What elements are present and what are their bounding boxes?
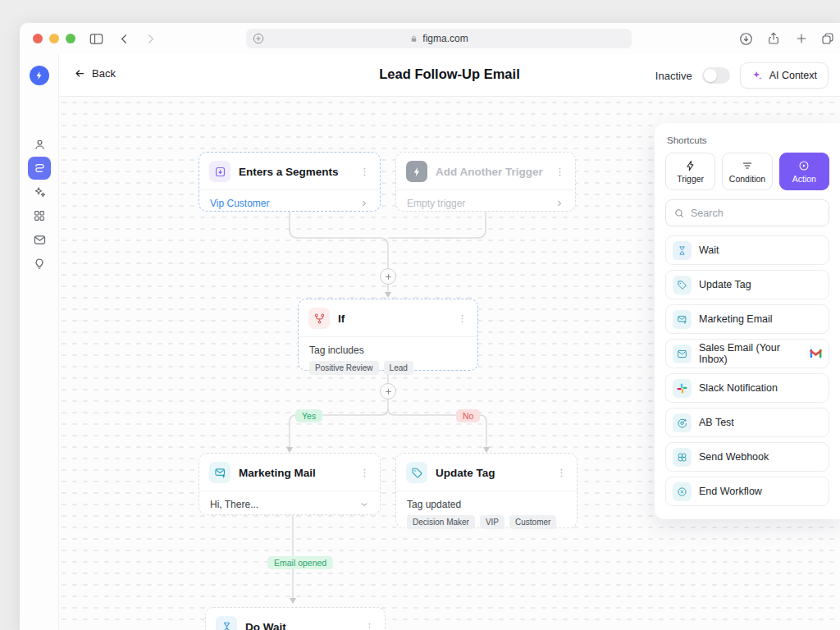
node-title: Add Another Trigger [436, 166, 546, 178]
action-item-label: Wait [699, 244, 822, 256]
shortcut-trigger-button[interactable]: Trigger [665, 153, 715, 190]
node-menu-icon[interactable] [359, 468, 370, 478]
address-bar[interactable]: figma.com [246, 29, 632, 48]
action-item-label: Sales Email (Your Inbox) [699, 342, 802, 365]
end-circle-icon [673, 482, 692, 501]
add-step-button[interactable] [380, 383, 396, 399]
search-box[interactable] [665, 199, 829, 226]
node-value[interactable]: Hi, There... [210, 499, 359, 510]
search-icon [673, 208, 685, 219]
chevron-down-icon[interactable] [359, 500, 369, 509]
active-toggle[interactable] [702, 67, 730, 84]
minimize-window-button[interactable] [49, 34, 59, 43]
panel-title: Shortcuts [667, 135, 829, 145]
action-item-end-workflow[interactable]: End Workflow [665, 477, 829, 506]
node-menu-icon[interactable] [555, 167, 565, 177]
tag-chip: Positive Review [309, 361, 379, 375]
action-item-sales-email[interactable]: Sales Email (Your Inbox) [665, 339, 829, 368]
sparkles-icon [751, 70, 764, 82]
shortcut-condition-button[interactable]: Condition [722, 153, 772, 190]
sidebar-item-ideas[interactable] [28, 253, 51, 276]
new-tab-icon[interactable] [792, 30, 810, 48]
node-marketing-mail[interactable]: Marketing Mail Hi, There... [199, 453, 381, 515]
sidebar-toggle-icon[interactable] [87, 30, 105, 48]
condition-label: Tag includes [309, 345, 467, 356]
edge-label-email-opened: Email opened [267, 556, 333, 569]
envelope-up-icon [673, 310, 692, 329]
lightning-icon [685, 160, 696, 171]
branch-icon [308, 308, 330, 329]
action-item-label: Send Webhook [699, 451, 822, 463]
sidebar-item-contacts[interactable] [28, 133, 51, 156]
node-if[interactable]: If Tag includes Positive Review Lead [298, 299, 478, 371]
play-circle-icon [798, 160, 810, 171]
ab-test-icon [673, 413, 692, 432]
lightning-icon [406, 161, 427, 182]
actions-panel: Shortcuts Trigger Condition [655, 123, 840, 519]
tag-chip: Lead [384, 361, 413, 375]
shortcut-action-button[interactable]: Action [779, 153, 829, 190]
chevron-right-icon[interactable] [555, 199, 564, 208]
downloads-icon[interactable] [737, 30, 755, 48]
action-item-send-webhook[interactable]: Send Webhook [665, 442, 829, 472]
ai-context-label: AI Context [769, 70, 817, 81]
app-logo [30, 66, 49, 85]
forward-nav-icon[interactable] [141, 30, 159, 48]
tag-chip: Customer [509, 515, 556, 529]
action-item-slack[interactable]: Slack Notification [665, 373, 829, 403]
envelope-icon [673, 345, 692, 363]
node-update-tag[interactable]: Update Tag Tag updated Decision Maker VI… [395, 453, 578, 528]
action-item-update-tag[interactable]: Update Tag [665, 270, 829, 299]
action-item-label: AB Test [699, 417, 822, 428]
node-enters-segment[interactable]: Enters a Segments Vip Customer [199, 152, 381, 212]
tab-overview-icon[interactable] [819, 30, 837, 48]
node-menu-icon[interactable] [364, 622, 375, 630]
sidebar-item-email[interactable] [28, 228, 51, 251]
status-label: Inactive [655, 70, 692, 82]
envelope-up-icon [209, 462, 231, 483]
share-icon[interactable] [765, 30, 783, 48]
gmail-icon [810, 349, 822, 358]
close-window-button[interactable] [33, 34, 43, 43]
url-text: figma.com [422, 33, 468, 44]
hourglass-icon [673, 241, 692, 260]
hourglass-icon [216, 616, 237, 630]
node-title: Marketing Mail [239, 467, 351, 479]
node-value[interactable]: Empty trigger [407, 198, 555, 209]
zoom-window-button[interactable] [66, 34, 75, 43]
lock-icon [409, 34, 418, 43]
sidebar-item-workflows[interactable] [28, 157, 51, 180]
search-input[interactable] [691, 208, 823, 219]
tag-icon [673, 276, 692, 294]
node-add-trigger[interactable]: Add Another Trigger Empty trigger [395, 152, 576, 212]
sidebar-item-automations[interactable] [28, 180, 51, 203]
chevron-right-icon[interactable] [359, 199, 369, 208]
action-item-label: Marketing Email [699, 313, 822, 325]
node-value[interactable]: Vip Customer [210, 198, 359, 209]
back-nav-icon[interactable] [115, 30, 133, 48]
tag-chip: Decision Maker [407, 515, 475, 529]
segment-enter-icon [209, 161, 231, 182]
action-item-ab-test[interactable]: AB Test [665, 408, 829, 437]
sidebar-item-apps[interactable] [28, 204, 51, 227]
webhook-icon [673, 448, 692, 467]
app-sidebar [20, 54, 59, 630]
shortcut-label: Action [792, 174, 816, 184]
tag-icon [406, 462, 427, 483]
node-menu-icon[interactable] [457, 313, 468, 324]
add-step-button[interactable] [380, 268, 396, 285]
screen: figma.com [0, 0, 840, 630]
ai-context-button[interactable]: AI Context [740, 62, 829, 89]
action-item-label: Update Tag [699, 279, 822, 290]
node-do-wait[interactable]: Do Wait [205, 607, 386, 630]
shortcut-label: Condition [729, 174, 765, 184]
action-item-marketing-email[interactable]: Marketing Email [665, 304, 829, 334]
shortcut-buttons: Trigger Condition Action [665, 153, 829, 190]
node-title: Do Wait [245, 621, 356, 630]
action-item-wait[interactable]: Wait [665, 235, 829, 265]
node-menu-icon[interactable] [556, 468, 567, 478]
node-menu-icon[interactable] [359, 167, 370, 177]
edge-label-no: No [456, 409, 480, 422]
page-actions-icon[interactable] [252, 32, 265, 45]
edge-label-yes: Yes [295, 409, 322, 422]
